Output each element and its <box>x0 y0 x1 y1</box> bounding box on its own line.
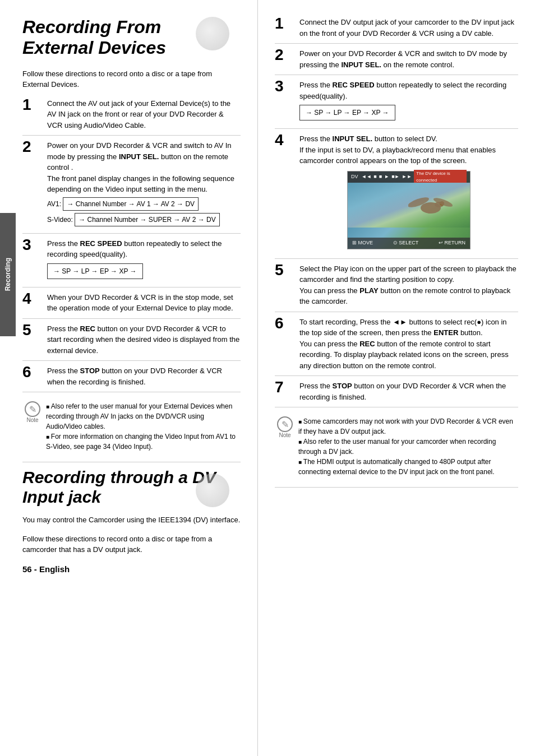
left-step-2-content: Power on your DVD Recorder & VCR and swi… <box>47 140 241 229</box>
right-step-5-bold: PLAY <box>359 286 378 295</box>
right-step-3-bold: REC SPEED <box>333 81 375 89</box>
section1-header: Recording FromExternal Devices <box>22 17 241 58</box>
left-step-4: 4 When your DVD Recorder & VCR is in the… <box>22 292 241 319</box>
left-section-divider <box>22 462 241 462</box>
section2-intro1: You may control the Camcorder using the … <box>22 514 241 526</box>
right-step-2-num: 2 <box>275 47 295 63</box>
left-column: Recording FromExternal Devices Follow th… <box>0 0 258 756</box>
left-step-1: 1 Connect the AV out jack of your Extern… <box>22 98 241 136</box>
left-step-1-num: 1 <box>22 97 43 113</box>
dv-video-area <box>348 183 470 228</box>
right-note-text: Some camcorders may not work with your D… <box>298 416 518 477</box>
right-note-list: Some camcorders may not work with your D… <box>298 416 518 477</box>
right-step-1-content: Connect the DV output jack of your camco… <box>299 17 518 39</box>
left-note-label: Note <box>26 417 38 423</box>
dv-select: ⊙ SELECT <box>393 239 419 247</box>
sidebar-tab-label: Recording <box>4 258 12 291</box>
dv-move: ⊞ MOVE <box>352 239 373 247</box>
right-step-1-num: 1 <box>275 16 295 31</box>
left-step-4-num: 4 <box>22 291 43 307</box>
right-step-6-bold2: REC <box>359 340 375 348</box>
left-note-list: Also refer to the user manual for your E… <box>46 401 241 452</box>
left-step-3-content: Press the REC SPEED button repeatedly to… <box>47 238 241 282</box>
left-step-6-num: 6 <box>22 364 43 380</box>
left-step-6: 6 Press the STOP button on your DVD Reco… <box>22 365 241 392</box>
right-note-icon: ✎ Note <box>275 416 295 438</box>
right-step-4-bold: INPUT SEL. <box>333 134 373 143</box>
left-step-4-content: When your DVD Recorder & VCR is in the s… <box>47 292 241 314</box>
right-step-3-num: 3 <box>275 78 295 94</box>
left-speed-box: → SP → LP → EP → XP → <box>47 263 143 279</box>
dv-bird-svg <box>408 191 453 219</box>
right-note-item-1: Some camcorders may not work with your D… <box>298 416 518 437</box>
page-number: 56 - English <box>22 564 241 574</box>
right-note-item-3: The HDMI output is automatically changed… <box>298 457 518 477</box>
dv-screen-topbar: DV ◄◄ ■ ■ ► ■► ►► The DV device is conne… <box>348 171 470 183</box>
svideo-sequence: S-Video: → Channel Number → SUPER → AV 2… <box>47 213 241 226</box>
right-step-1: 1 Connect the DV output jack of your cam… <box>275 17 518 44</box>
right-step-2-bold: INPUT SEL. <box>341 61 381 69</box>
dv-screen-bottombar: ⊞ MOVE ⊙ SELECT ↩ RETURN <box>348 238 470 249</box>
section2-intro2: Follow these directions to record onto a… <box>22 534 241 555</box>
left-step-5-bold: REC <box>80 324 95 333</box>
right-step-2-content: Power on your DVD Recorder & VCR and swi… <box>299 48 518 70</box>
right-step-3-content: Press the REC SPEED button repeatedly to… <box>299 80 518 124</box>
right-step-4-num: 4 <box>275 132 295 148</box>
right-step-3: 3 Press the REC SPEED button repeatedly … <box>275 80 518 129</box>
left-note-item-1: Also refer to the user manual for your E… <box>46 401 241 432</box>
deco-circle-2 <box>196 474 229 507</box>
right-step-7-num: 7 <box>275 379 295 395</box>
right-step-6-num: 6 <box>275 316 295 331</box>
left-step-1-content: Connect the AV out jack of your External… <box>47 98 241 131</box>
left-step-3: 3 Press the REC SPEED button repeatedly … <box>22 238 241 287</box>
left-step-2-num: 2 <box>22 139 43 155</box>
right-step-7-bold: STOP <box>333 382 352 390</box>
right-step-5-content: Select the Play icon on the upper part o… <box>299 263 518 307</box>
sidebar-recording-tab: Recording <box>0 213 16 336</box>
left-note-box: ✎ Note Also refer to the user manual for… <box>22 397 241 456</box>
right-speed-box: → SP → LP → EP → XP → <box>299 105 395 120</box>
section1-intro: Follow these directions to record onto a… <box>22 68 241 90</box>
av1-sequence: AV1: → Channel Number → AV 1 → AV 2 → DV <box>47 197 241 211</box>
left-note-item-2: For more information on changing the Vid… <box>46 432 241 452</box>
right-step-7: 7 Press the STOP button on your DVD Reco… <box>275 381 518 407</box>
left-note-icon: ✎ Note <box>22 401 43 423</box>
right-bottom-divider <box>275 487 518 488</box>
left-step-3-bold: REC SPEED <box>80 239 122 248</box>
right-column: 1 Connect the DV output jack of your cam… <box>258 0 535 756</box>
deco-circle-1 <box>196 17 229 50</box>
dv-screen: DV ◄◄ ■ ■ ► ■► ►► The DV device is conne… <box>347 171 471 249</box>
right-step-4: 4 Press the INPUT SEL. button to select … <box>275 133 518 259</box>
right-step-2: 2 Power on your DVD Recorder & VCR and s… <box>275 48 518 75</box>
dv-label: DV <box>351 173 358 181</box>
left-step-3-num: 3 <box>22 237 43 253</box>
left-step-5: 5 Press the REC button on your DVD Recor… <box>22 323 241 361</box>
left-step-2-bold: INPUT SEL. <box>119 152 159 161</box>
right-step-7-content: Press the STOP button on your DVD Record… <box>299 381 518 402</box>
left-step-2: 2 Power on your DVD Recorder & VCR and s… <box>22 140 241 234</box>
right-step-5-num: 5 <box>275 262 295 278</box>
left-step-6-content: Press the STOP button on your DVD Record… <box>47 365 241 387</box>
left-note-text: Also refer to the user manual for your E… <box>46 401 241 452</box>
right-note-icon-circle: ✎ <box>277 416 293 432</box>
section2-header: Recording through a DVInput jack <box>22 468 241 507</box>
left-note-icon-circle: ✎ <box>25 401 40 417</box>
dv-return: ↩ RETURN <box>439 239 465 247</box>
right-step-6-bold1: ENTER <box>433 328 458 337</box>
right-step-6-content: To start recording, Press the ◄► buttons… <box>299 317 518 372</box>
left-step-5-content: Press the REC button on your DVD Recorde… <box>47 323 241 356</box>
right-note-box: ✎ Note Some camcorders may not work with… <box>275 412 518 481</box>
left-step-6-bold: STOP <box>80 367 100 375</box>
right-note-label: Note <box>279 432 290 438</box>
right-note-item-2: Also refer to the user manual for your c… <box>298 437 518 457</box>
right-step-4-content: Press the INPUT SEL. button to select DV… <box>299 133 518 254</box>
right-step-6: 6 To start recording, Press the ◄► butto… <box>275 317 518 377</box>
left-step-5-num: 5 <box>22 322 43 338</box>
right-step-5: 5 Select the Play icon on the upper part… <box>275 263 518 312</box>
